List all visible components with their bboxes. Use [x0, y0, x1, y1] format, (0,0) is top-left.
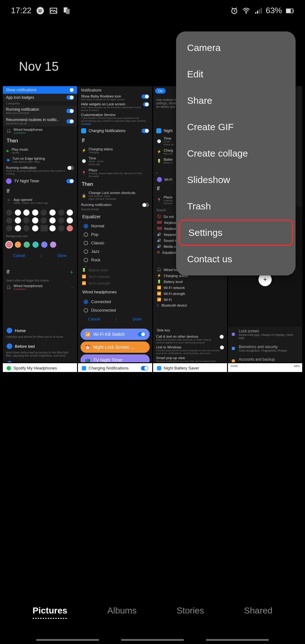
thumbnail[interactable]: Home Optimize your phone for when you're…	[3, 326, 77, 362]
bottom-tabs: Pictures Albums Stories Shared	[0, 599, 305, 622]
tab-shared[interactable]: Shared	[244, 606, 272, 616]
menu-camera[interactable]: Camera	[176, 35, 296, 61]
wifi-icon	[242, 6, 251, 15]
nav-recent[interactable]	[36, 639, 99, 641]
clock-icon: 🕐	[157, 139, 161, 143]
night-icon	[157, 366, 161, 370]
svg-rect-8	[259, 9, 260, 14]
menu-create-gif[interactable]: Create GIF	[176, 114, 296, 140]
menu-edit[interactable]: Edit	[176, 61, 296, 87]
app-icon: 📱	[7, 199, 11, 203]
status-bar: 17:22 63%	[0, 0, 305, 19]
status-time: 17:22	[11, 6, 31, 15]
spotify-icon	[7, 366, 11, 370]
charging-icon	[82, 366, 86, 370]
bolt-icon: ⚡	[157, 150, 161, 154]
play-icon: ▶	[7, 149, 9, 153]
bolt-icon: ⚡	[82, 148, 86, 153]
nav-home[interactable]	[121, 639, 184, 641]
battery-icon	[285, 6, 294, 15]
options-menu: Camera Edit Share Create GIF Create coll…	[176, 31, 296, 275]
night-icon	[156, 128, 161, 133]
tab-pictures[interactable]: Pictures	[33, 606, 68, 616]
svg-rect-7	[257, 11, 258, 14]
thumbnail[interactable]: +	[228, 267, 302, 326]
svg-rect-3	[66, 9, 70, 14]
battery-icon: 🔋	[157, 159, 161, 163]
menu-settings[interactable]: Settings	[179, 219, 293, 246]
tab-stories[interactable]: Stories	[177, 606, 204, 616]
menu-slideshow[interactable]: Slideshow	[176, 167, 296, 193]
spotify-icon	[36, 6, 45, 15]
svg-rect-6	[255, 12, 257, 14]
thumbnail[interactable]: Side key Call & text on other devicesMak…	[153, 326, 227, 362]
lock-icon: 🔒	[82, 194, 86, 198]
signal-icon	[254, 6, 263, 15]
clock-icon: ⏰	[85, 345, 90, 350]
edge-icon: ▣	[7, 158, 10, 162]
thumbnail[interactable]: 🎧Wired headphonesConnected Then ▶Play mu…	[3, 126, 77, 207]
alarm-icon	[230, 6, 239, 15]
thumbnail[interactable]: Night Battery Saver	[153, 363, 227, 372]
thumbnail[interactable]: Notifications Show Bixby Routines iconAd…	[78, 86, 152, 126]
tv-icon	[6, 178, 12, 184]
thumbnail[interactable]: Lock screenScreen lock type, Always On D…	[228, 326, 302, 362]
thumbnail[interactable]: Charging Notifications If ⚡Charging stat…	[78, 126, 152, 207]
thumbnail[interactable]: 🎧Wired headphones ⚡Charging status 🔋Batt…	[153, 267, 227, 326]
wifi-icon	[157, 177, 162, 182]
headphones-icon: 🎧	[7, 285, 11, 289]
svg-rect-12	[293, 10, 294, 12]
thumbnail[interactable]: Charging Notifications	[78, 363, 152, 372]
svg-rect-11	[286, 9, 291, 13]
clock-icon: 🕐	[82, 159, 86, 163]
gallery-icon	[49, 6, 58, 15]
thumbnail[interactable]: Sound mode Equalizer Normal Pop Classic …	[78, 207, 152, 267]
menu-contact-us[interactable]: Contact us	[176, 246, 296, 272]
tab-albums[interactable]: Albums	[107, 606, 136, 616]
menu-create-collage[interactable]: Create collage	[176, 140, 296, 167]
nav-bar	[0, 639, 305, 641]
place-icon: 📍	[82, 171, 86, 175]
headphones-icon: 🎧	[7, 129, 11, 133]
moon-icon	[7, 343, 12, 349]
thumbnail[interactable]: 14:0662%	[228, 363, 302, 372]
svg-point-5	[246, 12, 247, 13]
menu-trash[interactable]: Trash	[176, 193, 296, 219]
nav-back[interactable]	[206, 639, 269, 641]
svg-rect-9	[261, 8, 262, 14]
sim-icon	[62, 6, 71, 15]
thumbnail[interactable]: Spotify My Headphones	[3, 363, 77, 372]
menu-share[interactable]: Share	[176, 87, 296, 114]
thumbnail[interactable]: 📶Wi-Fi Kill Switch ⏰Night Lock Screen ..…	[78, 326, 152, 362]
thumbnail[interactable]: If+ Select what will trigger this routin…	[3, 267, 77, 326]
wifi-icon: 📶	[85, 332, 90, 337]
place-icon: 📍	[157, 198, 161, 202]
tv-icon: 📺	[85, 358, 90, 362]
battery-percent: 63%	[266, 6, 282, 15]
thumbnail[interactable]: Background color Cancel|Done	[3, 207, 77, 267]
car-icon	[7, 361, 12, 362]
thumbnail[interactable]: 🔋Battery level 📶Wi-Fi network 📶Wi-Fi str…	[78, 267, 152, 326]
thumbnail[interactable]: Show notifications App icon badges Categ…	[3, 86, 77, 126]
charging-icon	[81, 128, 86, 133]
home-icon	[7, 328, 12, 333]
